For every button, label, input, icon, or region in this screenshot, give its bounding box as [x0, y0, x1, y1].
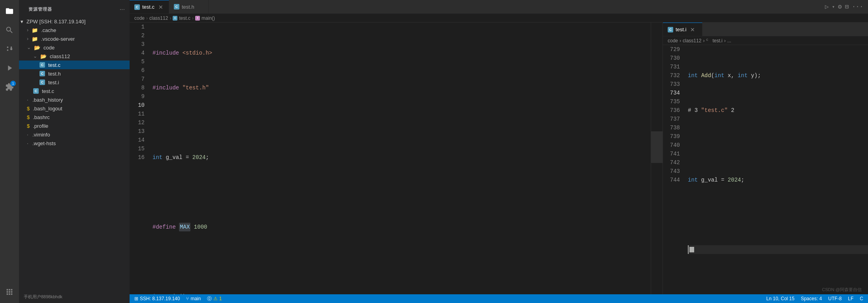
sidebar-item-viminfo[interactable]: · .viminfo: [19, 130, 130, 139]
line-numbers: 1 2 3 4 5 6 7 8 9 10 11 12 13 14 15 16: [130, 23, 149, 294]
dollar-icon: $: [27, 106, 30, 112]
right-line-numbers: 729 730 731 732 733 734 735 736 737 738 …: [663, 45, 685, 294]
code-line: # 3 "test.c" 2: [688, 106, 868, 115]
settings-icon[interactable]: ⚙: [838, 3, 842, 11]
sidebar-item-code[interactable]: ⌄ 📂 code: [19, 43, 130, 52]
sidebar: 资源管理器 ··· ▾ ZPW [SSH: 8.137.19.140] › 📁 …: [19, 0, 130, 303]
extensions-icon[interactable]: 1: [2, 79, 17, 95]
status-ssh-label: SSH: 8.137.19.140: [140, 296, 180, 301]
sidebar-item-cache[interactable]: › 📁 .cache: [19, 26, 130, 34]
tab-close-button[interactable]: ✕: [690, 27, 695, 33]
dot-file-icon: ·: [27, 131, 28, 138]
status-language-label: C: [860, 296, 863, 301]
sidebar-root-label: ZPW [SSH: 8.137.19.140]: [26, 19, 86, 25]
right-code-content[interactable]: int Add(int x, int y); # 3 "test.c" 2 in…: [685, 45, 868, 294]
status-branch[interactable]: ⑂ main: [186, 296, 201, 301]
sidebar-item-test-i[interactable]: C test.i: [19, 78, 130, 87]
files-icon[interactable]: [2, 3, 17, 19]
status-language[interactable]: C: [860, 296, 863, 301]
sidebar-item-label: .wget-hsts: [32, 140, 56, 146]
dot-file-icon: ·: [27, 97, 28, 103]
c-file-icon: C: [174, 4, 179, 9]
sidebar-item-bash-history[interactable]: · .bash_history: [19, 95, 130, 104]
code-line: [153, 188, 651, 197]
dot-file-icon: ·: [27, 140, 28, 146]
tab-test-h[interactable]: C test.h: [169, 0, 209, 13]
sidebar-root-item[interactable]: ▾ ZPW [SSH: 8.137.19.140]: [19, 17, 130, 26]
sidebar-item-vscode-server[interactable]: › 📁 .vscode-server: [19, 34, 130, 43]
code-line: #include "test.h": [153, 83, 651, 92]
sidebar-item-test-c2[interactable]: C test.c: [19, 87, 130, 95]
sidebar-tree: ▾ ZPW [SSH: 8.137.19.140] › 📁 .cache › 📁…: [19, 17, 130, 292]
status-encoding[interactable]: UTF-8: [828, 296, 842, 301]
status-ssh[interactable]: ⊞ SSH: 8.137.19.140: [134, 296, 180, 301]
c-file-icon: C: [33, 88, 39, 94]
status-spaces-label: Spaces: 4: [801, 296, 822, 301]
tab-test-i[interactable]: C test.i ✕: [663, 23, 702, 36]
breadcrumb-part: code: [668, 38, 678, 44]
status-spaces[interactable]: Spaces: 4: [801, 296, 822, 301]
run-debug-icon[interactable]: ▷: [825, 3, 829, 11]
sidebar-item-label: .cache: [41, 27, 56, 33]
sidebar-item-bash-logout[interactable]: $ .bash_logout: [19, 104, 130, 113]
sidebar-item-profile[interactable]: $ .profile: [19, 121, 130, 130]
remote-icon[interactable]: [2, 284, 17, 300]
breadcrumb-part: test.c: [179, 15, 190, 21]
code-container[interactable]: 1 2 3 4 5 6 7 8 9 10 11 12 13 14 15 16: [130, 23, 651, 294]
editor-area: 1 2 3 4 5 6 7 8 9 10 11 12 13 14 15 16: [130, 23, 868, 294]
sidebar-more-button[interactable]: ···: [120, 6, 125, 13]
sidebar-item-label: test.c: [48, 62, 60, 68]
sidebar-item-bashrc[interactable]: $ .bashrc: [19, 113, 130, 121]
tab-label: test.c: [142, 4, 154, 10]
code-content[interactable]: #include <stdio.h> #include "test.h" int…: [149, 23, 651, 294]
code-line: int g_val = 2024;: [153, 153, 651, 162]
breadcrumb-part: ...: [727, 38, 731, 44]
sidebar-item-class112[interactable]: ⌄ 📂 class112: [19, 52, 130, 61]
c-file-icon: C: [134, 4, 140, 10]
c-file-icon: C: [40, 80, 45, 85]
split-editor-icon[interactable]: ⊟: [845, 3, 849, 11]
code-line: [153, 118, 651, 127]
breadcrumb-sep: ›: [703, 38, 704, 44]
c-file-icon: C: [668, 27, 673, 32]
tab-label: test.i: [676, 27, 686, 32]
breadcrumb-part: code: [134, 15, 145, 21]
more-actions-icon[interactable]: ···: [852, 3, 863, 10]
code-line: [153, 258, 651, 266]
sidebar-item-test-c[interactable]: C test.c: [19, 61, 130, 69]
code-line: [688, 141, 868, 150]
tab-bar: C test.c ✕ C test.h ▷ ▾ ⚙ ⊟ ···: [130, 0, 868, 14]
run-icon[interactable]: [2, 60, 17, 76]
status-warnings: ⚠ 1: [213, 296, 222, 301]
sidebar-username: 手机用户8898kbhdk: [24, 294, 62, 299]
sidebar-item-label: class112: [50, 53, 70, 59]
right-tab-bar: C test.i ✕: [663, 23, 868, 36]
sidebar-item-wget-hsts[interactable]: · .wget-hsts: [19, 139, 130, 148]
code-line: #include <stdio.h>: [153, 49, 651, 57]
right-breadcrumb: code › class112 › C test.i › ...: [663, 36, 868, 45]
status-position[interactable]: Ln 10, Col 15: [766, 296, 795, 301]
status-errors[interactable]: ⓪ ⚠ 1: [207, 295, 222, 302]
breadcrumb-sep: ›: [169, 15, 171, 21]
minimap[interactable]: [651, 23, 663, 294]
source-control-icon[interactable]: [2, 41, 17, 57]
remote-icon: ⊞: [134, 296, 138, 301]
breadcrumb: code › class112 › C test.c › f main(): [130, 14, 868, 23]
breadcrumb-part: test.i: [712, 38, 722, 44]
sidebar-item-test-h[interactable]: C test.h: [19, 69, 130, 78]
sidebar-item-label: .bash_logout: [33, 106, 62, 112]
tab-spacer: [209, 0, 820, 13]
tab-close-button[interactable]: ✕: [158, 4, 163, 10]
watermark-text: CSDN @阿森要自信: [822, 287, 862, 292]
right-code-container[interactable]: 729 730 731 732 733 734 735 736 737 738 …: [663, 45, 868, 294]
sidebar-item-label: .bashrc: [33, 114, 50, 120]
tab-test-c[interactable]: C test.c ✕: [130, 0, 169, 13]
run-dropdown-icon[interactable]: ▾: [832, 4, 835, 10]
error-icon: ⓪: [207, 295, 212, 302]
c-file-icon: C: [40, 71, 45, 76]
search-icon[interactable]: [2, 22, 17, 38]
status-line-ending[interactable]: LF: [848, 296, 853, 301]
sidebar-item-label: test.h: [48, 71, 61, 77]
status-line-ending-label: LF: [848, 296, 853, 301]
breadcrumb-sep: ›: [146, 15, 148, 21]
